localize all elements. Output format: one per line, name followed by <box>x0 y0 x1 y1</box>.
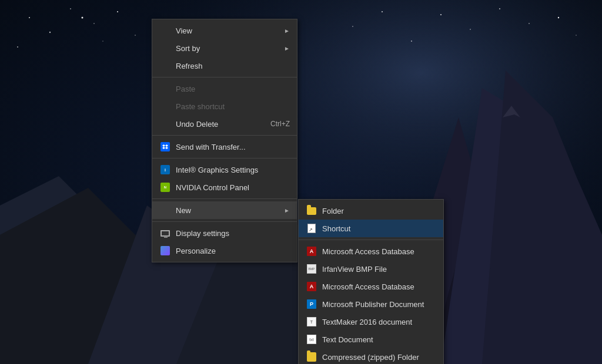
submenu-item-bmp[interactable]: BMP IrfanView BMP File <box>299 260 443 278</box>
svg-point-12 <box>529 23 530 24</box>
menu-item-personalize[interactable]: Personalize <box>152 242 297 259</box>
menu-item-sort-by[interactable]: Sort by ► <box>152 39 297 57</box>
refresh-label: Refresh <box>176 62 290 70</box>
menu-item-refresh[interactable]: Refresh <box>152 57 297 75</box>
text-doc-icon: txt <box>306 333 317 345</box>
publisher-icon: P <box>306 298 317 310</box>
undo-shortcut: Ctrl+Z <box>270 120 290 128</box>
separator-2 <box>152 135 297 136</box>
publisher-label: Microsoft Publisher Document <box>322 300 436 309</box>
access1-label: Microsoft Access Database <box>322 247 436 256</box>
undo-label: Undo Delete <box>176 120 266 129</box>
menu-item-paste-shortcut[interactable]: Paste shortcut <box>152 97 297 115</box>
submenu-item-access1[interactable]: A Microsoft Access Database <box>299 242 443 260</box>
context-menu: View ► Sort by ► Refresh Paste Paste sho… <box>152 19 297 262</box>
submenu-item-textmaker[interactable]: T TextMaker 2016 document <box>299 313 443 331</box>
submenu-item-shortcut[interactable]: ↗ Shortcut <box>299 220 443 237</box>
menu-item-nvidia[interactable]: N NVIDIA Control Panel <box>152 178 297 196</box>
svg-point-5 <box>93 23 94 23</box>
nvidia-label: NVIDIA Control Panel <box>176 183 290 192</box>
svg-point-8 <box>17 46 18 48</box>
svg-point-17 <box>352 26 353 27</box>
access2-label: Microsoft Access Database <box>322 282 436 291</box>
zip-label: Compressed (zipped) Folder <box>322 353 436 362</box>
access2-icon: A <box>306 281 317 292</box>
access1-icon: A <box>306 245 317 257</box>
send-transfer-label: Send with Transfer... <box>176 143 290 151</box>
sort-icon <box>159 42 171 54</box>
sort-label: Sort by <box>176 44 284 53</box>
svg-point-15 <box>411 41 412 42</box>
svg-point-2 <box>29 17 30 18</box>
folder-label: Folder <box>322 207 436 215</box>
text-label: Text Document <box>322 335 436 344</box>
separator-5 <box>152 221 297 222</box>
display-settings-label: Display settings <box>176 229 290 238</box>
view-icon <box>159 25 171 36</box>
personalize-label: Personalize <box>176 247 290 255</box>
paste-shortcut-label: Paste shortcut <box>176 102 290 111</box>
svg-point-10 <box>470 29 470 29</box>
menu-item-undo-delete[interactable]: Undo Delete Ctrl+Z <box>152 115 297 133</box>
bmp-label: IrfanView BMP File <box>322 265 436 274</box>
new-icon <box>159 204 171 216</box>
svg-point-9 <box>440 14 442 15</box>
menu-item-view[interactable]: View ► <box>152 22 297 39</box>
separator-4 <box>152 198 297 199</box>
paste-icon <box>159 83 171 95</box>
separator-1 <box>152 77 297 77</box>
nvidia-icon: N <box>159 181 171 193</box>
menu-item-display-settings[interactable]: Display settings <box>152 224 297 242</box>
zip-icon <box>306 351 317 363</box>
svg-point-7 <box>135 35 136 36</box>
submenu-separator-1 <box>299 240 443 240</box>
intel-label: Intel® Graphics Settings <box>176 166 290 174</box>
display-icon <box>159 227 171 239</box>
svg-point-16 <box>382 11 383 12</box>
sort-arrow: ► <box>284 45 290 52</box>
view-arrow: ► <box>284 28 290 34</box>
paste-label: Paste <box>176 85 290 93</box>
submenu-item-text[interactable]: txt Text Document <box>299 331 443 348</box>
dropbox-icon <box>159 141 171 153</box>
shortcut-label: Shortcut <box>322 224 436 233</box>
shortcut-icon: ↗ <box>306 223 317 234</box>
view-label: View <box>176 26 284 35</box>
svg-point-11 <box>499 8 500 9</box>
undo-icon <box>159 118 171 130</box>
menu-item-intel[interactable]: i Intel® Graphics Settings <box>152 161 297 178</box>
submenu-item-access2[interactable]: A Microsoft Access Database <box>299 278 443 295</box>
new-label: New <box>176 206 284 215</box>
menu-item-new[interactable]: New ► Folder ↗ Shortcut <box>152 201 297 219</box>
menu-item-paste[interactable]: Paste <box>152 80 297 97</box>
submenu-item-publisher[interactable]: P Microsoft Publisher Document <box>299 295 443 313</box>
new-submenu: Folder ↗ Shortcut A Microsoft Access Dat… <box>298 199 444 364</box>
personalize-icon <box>159 245 171 257</box>
intel-icon: i <box>159 164 171 176</box>
separator-3 <box>152 158 297 159</box>
svg-point-13 <box>558 17 559 18</box>
svg-point-3 <box>70 8 71 9</box>
menu-item-send-transfer[interactable]: Send with Transfer... <box>152 138 297 156</box>
textmaker-label: TextMaker 2016 document <box>322 318 436 326</box>
svg-point-6 <box>117 11 118 12</box>
folder-icon <box>306 205 317 217</box>
paste-shortcut-icon <box>159 100 171 112</box>
svg-point-14 <box>576 35 576 35</box>
submenu-item-zip[interactable]: Compressed (zipped) Folder <box>299 348 443 364</box>
textmaker-icon: T <box>306 316 317 328</box>
bmp-icon: BMP <box>306 263 317 275</box>
svg-point-4 <box>49 32 51 33</box>
svg-point-18 <box>82 17 83 19</box>
new-arrow: ► <box>284 207 290 214</box>
submenu-item-folder[interactable]: Folder <box>299 202 443 220</box>
refresh-icon <box>159 60 171 72</box>
svg-point-19 <box>102 41 103 41</box>
